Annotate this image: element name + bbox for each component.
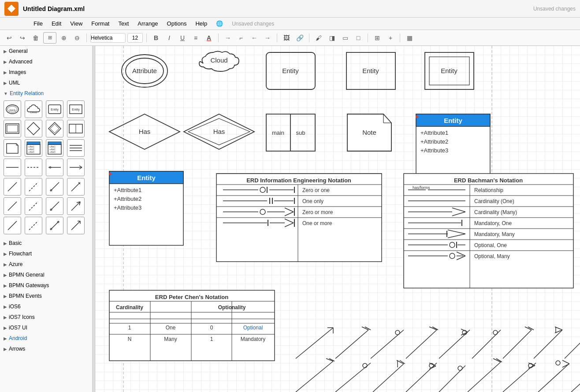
italic-button[interactable]: I	[164, 32, 175, 44]
arrow-back-button[interactable]: ←	[249, 32, 260, 44]
menu-view[interactable]: View	[67, 19, 86, 28]
menu-options[interactable]: Options	[164, 19, 190, 28]
sidebar-item-entity-list2[interactable]: +Attr1+Attr2+Attr3	[46, 139, 63, 157]
fill-color2-button[interactable]: ◨	[326, 32, 338, 44]
svg-text:+Attr3: +Attr3	[49, 151, 56, 153]
main-layout: ▶ General ▶ Advanced ▶ Images ▶ UML ▼ En…	[0, 46, 580, 392]
sidebar-item-entity-list[interactable]: +Attr1+Attr2+Attr3	[25, 139, 42, 157]
sidebar-item-diag12[interactable]	[67, 217, 85, 234]
zoom-in-button[interactable]: ⊕	[58, 32, 70, 44]
sidebar-item-diag5[interactable]	[4, 197, 21, 215]
sidebar-item-line4[interactable]	[67, 159, 85, 176]
align-button[interactable]: ≡	[190, 32, 201, 44]
shape-rect2-button[interactable]: □	[353, 32, 364, 44]
svg-text:Cloud: Cloud	[30, 111, 37, 114]
sidebar-item-entity-rect[interactable]: Entity	[46, 100, 63, 118]
unsaved-changes-menu: Unsaved changes	[232, 21, 274, 27]
sidebar-item-line2[interactable]	[25, 159, 42, 176]
sidebar-item-diag6[interactable]	[25, 197, 42, 215]
sidebar-advanced-label: Advanced	[9, 59, 32, 65]
arrow-elbow-button[interactable]: ⌐	[235, 32, 247, 44]
redo-button[interactable]: ↪	[17, 32, 28, 44]
fill-color-button[interactable]: 🖌	[313, 32, 324, 44]
sidebar-flowchart-label: Flowchart	[9, 251, 32, 257]
sidebar-item-line1[interactable]	[4, 159, 21, 176]
image-button[interactable]: 🖼	[281, 32, 292, 44]
sidebar-section-ios6[interactable]: ▶ iOS6	[0, 301, 92, 312]
arrow-straight-button[interactable]: →	[222, 32, 234, 44]
sidebar-item-diag8[interactable]	[67, 197, 85, 215]
menu-help[interactable]: Help	[192, 19, 211, 28]
delete-button[interactable]: 🗑	[30, 32, 41, 44]
sidebar-section-bpmn-gateways[interactable]: ▶ BPMN Gateways	[0, 280, 92, 291]
sidebar-item-cloud[interactable]: Cloud	[25, 100, 42, 118]
link-button[interactable]: 🔗	[294, 32, 305, 44]
sidebar-section-images[interactable]: ▶ Images	[0, 67, 92, 78]
sidebar-section-arrows[interactable]: ▶ Arrows	[0, 344, 92, 354]
sidebar-section-entity-relation[interactable]: ▼ Entity Relation	[0, 88, 92, 99]
sidebar-item-diamond-double[interactable]	[46, 120, 63, 137]
sidebar-azure-label: Azure	[9, 261, 22, 267]
sidebar-item-attribute[interactable]: Attrib	[4, 100, 21, 118]
sidebar-item-diag10[interactable]	[25, 217, 42, 234]
sidebar-section-bpmn-events[interactable]: ▶ BPMN Events	[0, 291, 92, 301]
sidebar-section-basic[interactable]: ▶ Basic	[0, 238, 92, 248]
sidebar-item-diag11[interactable]	[46, 217, 63, 234]
svg-line-45	[50, 202, 59, 211]
undo-button[interactable]: ↩	[4, 32, 15, 44]
menu-text[interactable]: Text	[115, 19, 132, 28]
add-button[interactable]: +	[385, 32, 396, 44]
fit-page-button[interactable]: ⊞	[43, 32, 56, 44]
bold-button[interactable]: B	[150, 32, 162, 44]
panel-button[interactable]: ▦	[404, 32, 415, 44]
sidebar-section-general[interactable]: ▶ General	[0, 46, 92, 56]
sidebar-section-flowchart[interactable]: ▶ Flowchart	[0, 248, 92, 259]
svg-line-44	[29, 202, 38, 211]
svg-line-41	[71, 182, 80, 191]
sidebar-section-uml[interactable]: ▶ UML	[0, 78, 92, 88]
canvas-background	[95, 46, 580, 392]
app-logo-icon	[7, 5, 15, 13]
sidebar-section-ios7-ui[interactable]: ▶ iOS7 UI	[0, 322, 92, 333]
font-selector[interactable]	[90, 33, 126, 43]
menu-arrange[interactable]: Arrange	[134, 19, 161, 28]
svg-line-51	[29, 221, 38, 230]
arrow-forward-button[interactable]: →	[262, 32, 273, 44]
underline-button[interactable]: U	[177, 32, 188, 44]
sidebar-item-diag3[interactable]	[46, 178, 63, 196]
svg-rect-22	[48, 142, 61, 144]
canvas[interactable]: Attribute Cloud Entity Entity Entity Has…	[95, 46, 580, 392]
sidebar-item-diag2[interactable]	[25, 178, 42, 196]
sidebar-entity-label: Entity Relation	[10, 90, 44, 96]
sidebar-item-diag1[interactable]	[4, 178, 21, 196]
sidebar-section-bpmn-general[interactable]: ▶ BPMN General	[0, 270, 92, 280]
sidebar-item-diag4[interactable]	[67, 178, 85, 196]
zoom-out-button[interactable]: ⊖	[71, 32, 83, 44]
sidebar-item-diamond[interactable]	[25, 120, 42, 137]
sidebar-section-ios7-icons[interactable]: ▶ iOS7 Icons	[0, 312, 92, 322]
sidebar-basic-label: Basic	[9, 240, 22, 246]
sidebar-section-advanced[interactable]: ▶ Advanced	[0, 56, 92, 67]
sidebar-section-android[interactable]: ▶ Android	[0, 333, 92, 344]
menu-edit[interactable]: Edit	[48, 19, 65, 28]
menu-format[interactable]: Format	[88, 19, 113, 28]
sidebar-item-line3[interactable]	[46, 159, 63, 176]
menu-globe[interactable]: 🌐	[212, 19, 227, 28]
sidebar-item-diag9[interactable]	[4, 217, 21, 234]
sidebar-item-diag7[interactable]	[46, 197, 63, 215]
sidebar-section-azure[interactable]: ▶ Azure	[0, 259, 92, 270]
menu-file[interactable]: File	[30, 19, 46, 28]
svg-line-39	[50, 182, 59, 191]
font-size-input[interactable]	[127, 33, 143, 43]
svg-text:Entity: Entity	[72, 108, 80, 111]
sidebar-item-entity-double[interactable]	[4, 120, 21, 137]
menubar: File Edit View Format Text Arrange Optio…	[0, 18, 580, 30]
svg-line-50	[8, 221, 17, 230]
sidebar-item-entity-rect2[interactable]: Entity	[67, 100, 85, 118]
sidebar-item-entity-split[interactable]	[67, 120, 85, 137]
shape-rect-button[interactable]: ▭	[339, 32, 351, 44]
grid-button[interactable]: ⊞	[372, 32, 383, 44]
font-color-button[interactable]: A	[203, 32, 215, 44]
sidebar-item-note[interactable]	[4, 139, 21, 157]
sidebar-item-lines[interactable]	[67, 139, 85, 157]
